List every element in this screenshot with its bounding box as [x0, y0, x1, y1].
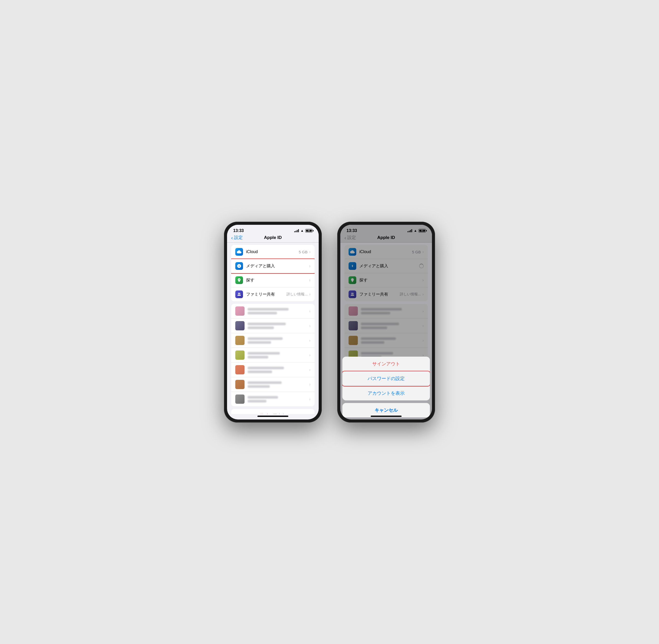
wifi-icon-left: ▲: [300, 229, 304, 232]
back-chevron-left: ‹: [231, 235, 233, 240]
blurred-thumb-4: [235, 350, 244, 360]
nav-bar-left: ‹ 設定 Apple ID: [227, 234, 319, 242]
account-action-text: アカウントを表示: [368, 390, 405, 396]
battery-icon-left: 93: [305, 229, 312, 232]
findmy-icon-left: [235, 276, 243, 284]
signout-text-left: サインアウト: [260, 413, 286, 414]
nav-title-left: Apple ID: [264, 235, 282, 240]
blurred-item-1: ›: [231, 304, 314, 319]
media-label-left: メディアと購入: [246, 263, 309, 269]
action-sheet-group: サインアウト パスワードの設定 アカウントを表示: [343, 356, 430, 400]
screen-content-left: iCloud 5 GB › A メディアと購入: [227, 242, 319, 414]
signout-action-text: サインアウト: [372, 361, 400, 367]
status-time-left: 13:33: [233, 228, 244, 233]
icloud-item-left[interactable]: iCloud 5 GB ›: [231, 245, 314, 259]
blurred-item-7: ›: [231, 392, 314, 406]
signal-icon-left: [294, 229, 299, 232]
icloud-icon-left: [235, 248, 243, 256]
blurred-thumb-5: [235, 365, 244, 374]
status-bar-left: 13:33 ▲ 93: [227, 225, 319, 234]
blurred-section-left: › › ›: [231, 304, 314, 406]
icloud-right-left: 5 GB ›: [299, 250, 310, 254]
password-action-text: パスワードの設定: [368, 375, 405, 382]
findmy-label-left: 探す: [246, 278, 309, 283]
findmy-right-left: ›: [309, 278, 310, 282]
blurred-thumb-1: [235, 306, 244, 316]
home-indicator-left: [257, 416, 288, 417]
findmy-item-left[interactable]: 探す ›: [231, 273, 314, 288]
signout-button-left[interactable]: サインアウト: [231, 409, 314, 414]
findmy-chevron-left: ›: [309, 278, 310, 282]
signout-section-left: サインアウト: [231, 409, 314, 414]
family-icon-left: [235, 291, 243, 298]
action-sheet-overlay: サインアウト パスワードの設定 アカウントを表示 キャンセル: [340, 356, 432, 419]
action-sheet-account[interactable]: アカウントを表示: [343, 386, 430, 400]
back-button-left[interactable]: ‹ 設定: [231, 235, 243, 240]
action-sheet-password[interactable]: パスワードの設定: [343, 371, 430, 386]
svg-point-2: [239, 279, 240, 280]
phone-right-screen: 13:33 ▲ 93 ‹ 設定 Apple ID: [340, 225, 432, 419]
blurred-item-5: ›: [231, 363, 314, 377]
action-sheet-signout[interactable]: サインアウト: [343, 356, 430, 371]
blurred-thumb-3: [235, 336, 244, 345]
blurred-item-3: ›: [231, 333, 314, 348]
blurred-thumb-6: [235, 380, 244, 389]
blurred-thumb-2: [235, 321, 244, 330]
action-sheet-cancel-group: キャンセル: [343, 403, 430, 417]
family-chevron-left: ›: [309, 292, 310, 297]
blurred-thumb-7: [235, 394, 244, 404]
home-indicator-right: [371, 416, 402, 417]
settings-section-left: iCloud 5 GB › A メディアと購入: [231, 245, 314, 301]
media-right-left: ›: [309, 264, 310, 268]
svg-point-3: [238, 293, 239, 294]
family-label-left: ファミリー共有: [246, 292, 286, 297]
blurred-item-6: ›: [231, 377, 314, 392]
family-right-left: 詳しい情報... ›: [286, 292, 310, 297]
family-item-left[interactable]: ファミリー共有 詳しい情報... ›: [231, 288, 314, 301]
appstore-icon-left: A: [235, 262, 243, 270]
phone-left: 13:33 ▲ 93 ‹ 設定 Apple ID: [224, 222, 322, 422]
icloud-chevron-left: ›: [309, 250, 310, 254]
blurred-item-4: ›: [231, 348, 314, 363]
back-label-left: 設定: [234, 235, 243, 240]
status-icons-left: ▲ 93: [294, 229, 312, 232]
media-item-left[interactable]: A メディアと購入 ›: [231, 259, 314, 273]
cancel-text: キャンセル: [375, 407, 398, 413]
svg-point-4: [239, 293, 240, 294]
phone-right: 13:33 ▲ 93 ‹ 設定 Apple ID: [337, 222, 435, 422]
svg-text:A: A: [238, 266, 239, 267]
action-sheet-cancel-btn[interactable]: キャンセル: [343, 403, 430, 417]
phone-left-screen: 13:33 ▲ 93 ‹ 設定 Apple ID: [227, 225, 319, 419]
blurred-item-2: ›: [231, 319, 314, 333]
media-chevron-left: ›: [309, 264, 310, 268]
icloud-label-left: iCloud: [246, 250, 299, 254]
action-sheet: サインアウト パスワードの設定 アカウントを表示 キャンセル: [340, 356, 432, 419]
